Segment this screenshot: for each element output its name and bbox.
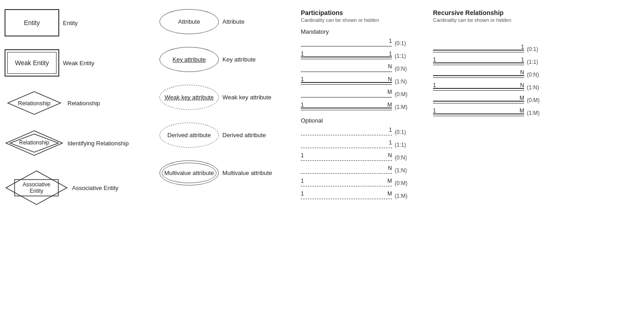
recursive-line-5: 1 M [433, 108, 524, 118]
assoc-entity-shape-wrap: AssociativeEntity [5, 170, 68, 206]
recursive-row-3: 1 N (1:N) [433, 83, 556, 92]
relationship-shape: Relationship [7, 91, 62, 115]
optional-line-2: 1 N [301, 153, 392, 162]
weak-key-attribute-row: Weak key attribute Weak key attribute [160, 85, 296, 110]
recursive-line-3: 1 N [433, 83, 524, 92]
mandatory-left-1: 1 [301, 51, 304, 57]
optional-line-3: N [301, 166, 392, 175]
attributes-legend: Attribute Attribute Key attribute Key at… [160, 9, 301, 206]
recursive-right-3: N [520, 82, 524, 88]
mandatory-cardinality-4: (0:M) [395, 91, 407, 98]
recursive-line-double-1 [433, 62, 524, 65]
optional-row-2: 1 N (0:N) [301, 153, 424, 162]
optional-line-4: 1 M [301, 179, 392, 188]
relationship-row: Relationship Relationship [5, 89, 155, 117]
recursive-cardinality-4: (0:M) [527, 97, 540, 103]
participations-section: Participations Cardinality can be shown … [301, 9, 433, 206]
optional-line-1: 1 [301, 140, 392, 149]
optional-group-label: Optional [301, 117, 424, 124]
mandatory-row-4: M (0:M) [301, 90, 424, 99]
optional-line-dashed-1 [301, 148, 392, 148]
recursive-right-0: 1 [521, 44, 524, 50]
mandatory-line-0: 1 [301, 39, 392, 48]
mandatory-row-3: 1 N (1:N) [301, 77, 424, 86]
recursive-line-double-5 [433, 113, 524, 116]
mandatory-line-1: 1 1 [301, 51, 392, 61]
recursive-left-5: 1 [433, 108, 436, 114]
attribute-row: Attribute Attribute [160, 9, 296, 34]
recursive-row-1: 1 1 (1:1) [433, 57, 556, 67]
recursive-row-2: N (0:N) [433, 70, 556, 79]
mandatory-cardinality-0: (0:1) [395, 40, 406, 46]
key-attribute-shape-label: Key attribute [173, 56, 206, 63]
mandatory-cardinality-1: (1:1) [395, 53, 406, 59]
multivalue-attribute-shape-label: Multivalue attribute [164, 170, 214, 176]
mandatory-left-3: 1 [301, 76, 304, 82]
mandatory-right-2: N [388, 63, 392, 70]
mandatory-left-5: 1 [301, 102, 304, 108]
mandatory-line-3: 1 N [301, 77, 392, 86]
weak-entity-row: Weak Entity Weak Entity [5, 49, 155, 77]
id-relationship-shape: Relationship [5, 129, 64, 157]
recursive-title: Recursive Relationship [433, 9, 556, 16]
key-attribute-row: Key attribute Key attribute [160, 47, 296, 72]
mandatory-row-1: 1 1 (1:1) [301, 51, 424, 61]
recursive-cardinality-5: (1:M) [527, 110, 540, 116]
optional-left-5: 1 [301, 190, 304, 197]
optional-left-4: 1 [301, 178, 304, 184]
derived-attribute-row: Derived attribute Derived attribute [160, 123, 296, 148]
mandatory-row-5: 1 M (1:M) [301, 103, 424, 112]
mandatory-line-single-2 [301, 72, 392, 72]
mandatory-right-5: M [387, 102, 392, 108]
attribute-shape: Attribute [160, 9, 219, 34]
multivalue-attribute-row: Multivalue attribute Multivalue attribut… [160, 160, 296, 185]
mandatory-right-3: N [388, 76, 392, 82]
relationship-shape-wrap: Relationship [5, 89, 64, 117]
derived-attribute-shape-label: Derived attribute [167, 132, 211, 139]
recursive-cardinality-2: (0:N) [527, 72, 539, 78]
mandatory-right-1: 1 [389, 51, 392, 57]
optional-line-dashed-0 [301, 135, 392, 135]
assoc-entity-label: Associative Entity [72, 185, 118, 191]
recursive-line-double-2 [433, 75, 524, 78]
recursive-subtitle: Cardinality can be shown or hidden [433, 17, 556, 23]
recursive-row-4: M (0:M) [433, 96, 556, 105]
weak-key-attribute-shape-label: Weak key attribute [165, 94, 213, 101]
attribute-shape-label: Attribute [178, 18, 200, 25]
optional-right-0: 1 [389, 127, 392, 133]
weak-key-attribute-label: Weak key attribute [222, 94, 271, 101]
optional-row-5: 1 M (1:M) [301, 191, 424, 201]
mandatory-line-single-0 [301, 46, 392, 47]
weak-key-attribute-shape: Weak key attribute [160, 85, 219, 110]
optional-cardinality-4: (0:M) [395, 180, 407, 186]
participations-subtitle: Cardinality can be shown or hidden [301, 17, 424, 23]
optional-right-2: N [388, 152, 392, 159]
multivalue-attribute-label: Multivalue attribute [222, 170, 272, 176]
id-relationship-row: Relationship Identifying Relationship [5, 129, 155, 157]
recursive-line-2: N [433, 70, 524, 79]
mandatory-cardinality-3: (1:N) [395, 78, 407, 85]
recursive-right-5: M [520, 108, 524, 114]
mandatory-row-2: N (0:N) [301, 64, 424, 73]
key-attribute-shape: Key attribute [160, 47, 219, 72]
optional-line-dashed-2 [301, 160, 392, 161]
recursive-row-0: 1 (0:1) [433, 45, 556, 54]
weak-entity-shape: Weak Entity [5, 49, 59, 77]
optional-right-5: M [387, 190, 392, 197]
optional-line-0: 1 [301, 128, 392, 137]
optional-row-3: N (1:N) [301, 166, 424, 175]
recursive-left-3: 1 [433, 82, 436, 88]
id-relationship-shape-label: Relationship [16, 140, 52, 146]
mandatory-cardinality-2: (0:N) [395, 66, 407, 72]
mandatory-group-label: Mandatory [301, 28, 424, 35]
optional-row-4: 1 M (0:M) [301, 179, 424, 188]
optional-cardinality-1: (1:1) [395, 142, 406, 148]
optional-right-1: 1 [389, 139, 392, 146]
recursive-line-0: 1 [433, 45, 524, 54]
recursive-line-double-3 [433, 88, 524, 91]
participations-title: Participations [301, 9, 424, 16]
recursive-right-1: 1 [521, 57, 524, 63]
attribute-label: Attribute [222, 18, 244, 25]
recursive-line-double-4 [433, 101, 524, 103]
optional-left-2: 1 [301, 152, 304, 159]
